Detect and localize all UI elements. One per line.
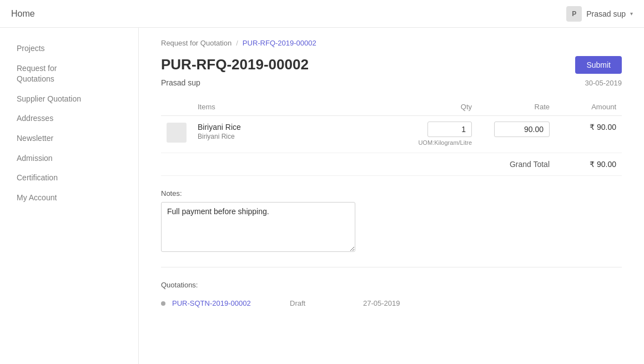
sidebar-item-projects[interactable]: Projects [0,39,138,59]
sidebar-item-rfq[interactable]: Request forQuotations [0,59,138,89]
table-row: Biriyani Rice Biriyani Rice UOM:Kilogram… [161,116,622,153]
col-header-amount: Amount [555,98,622,116]
col-header-rate: Rate [477,98,555,116]
col-header-items: Items [192,98,411,116]
chevron-down-icon: ▾ [630,11,633,17]
item-name-cell: Biriyani Rice Biriyani Rice [192,116,411,153]
grand-total-row: Grand Total ₹ 90.00 [161,153,622,176]
document-date: 30-05-2019 [585,79,622,87]
quotations-section: Quotations: PUR-SQTN-2019-00002 Draft 27… [161,281,622,311]
quotations-label: Quotations: [161,281,622,289]
avatar: P [566,6,582,22]
item-name: Biriyani Rice [198,123,405,132]
user-menu[interactable]: P Prasad sup ▾ [566,6,633,22]
document-header: PUR-RFQ-2019-00002 Submit [161,56,622,74]
grand-total-label: Grand Total [477,153,555,176]
grand-total-amount: ₹ 90.00 [555,153,622,176]
sidebar: Projects Request forQuotations Supplier … [0,28,139,364]
item-qty-cell: UOM:Kilogram/Litre [411,116,477,153]
sidebar-item-addresses[interactable]: Addresses [0,109,138,129]
grand-total-spacer [161,153,477,176]
uom-text: UOM:Kilogram/Litre [416,139,472,146]
breadcrumb: Request for Quotation / PUR-RFQ-2019-000… [161,39,622,47]
supplier-name: Prasad sup [161,78,200,87]
document-meta: Prasad sup 30-05-2019 [161,78,622,87]
rate-input[interactable] [494,122,550,137]
sidebar-item-my-account[interactable]: My Account [0,188,138,208]
sidebar-item-newsletter[interactable]: Newsletter [0,129,138,149]
sidebar-item-certification[interactable]: Certification [0,168,138,188]
quotation-date: 27-05-2019 [363,299,400,307]
breadcrumb-separator: / [236,39,238,47]
notes-textarea[interactable]: Full payment before shipping. [161,202,355,252]
notes-section: Notes: Full payment before shipping. [161,189,622,267]
notes-label: Notes: [161,189,622,198]
quotation-status-dot [161,301,165,306]
breadcrumb-current: PUR-RFQ-2019-00002 [243,39,316,47]
app-title: Home [11,9,35,19]
quotation-id[interactable]: PUR-SQTN-2019-00002 [172,299,283,307]
main-content: Request for Quotation / PUR-RFQ-2019-000… [139,28,644,364]
items-table: Items Qty Rate Amount Biriyani Rice Biri… [161,98,622,176]
document-title: PUR-RFQ-2019-00002 [161,56,309,73]
sidebar-item-supplier-quotation[interactable]: Supplier Quotation [0,89,138,109]
item-amount-cell: ₹ 90.00 [555,116,622,153]
item-rate-cell [477,116,555,153]
breadcrumb-parent[interactable]: Request for Quotation [161,39,232,47]
quotation-status: Draft [290,299,356,307]
item-image [167,123,187,143]
item-checkbox-cell [161,116,192,153]
user-name: Prasad sup [586,9,626,18]
topbar: Home P Prasad sup ▾ [0,0,644,28]
main-layout: Projects Request forQuotations Supplier … [0,28,644,364]
col-header-qty: Qty [411,98,477,116]
sidebar-item-admission[interactable]: Admission [0,149,138,169]
item-description: Biriyani Rice [198,133,405,140]
qty-input[interactable] [427,122,472,137]
col-header-checkbox [161,98,192,116]
submit-button[interactable]: Submit [575,56,622,74]
quotation-row: PUR-SQTN-2019-00002 Draft 27-05-2019 [161,296,622,311]
